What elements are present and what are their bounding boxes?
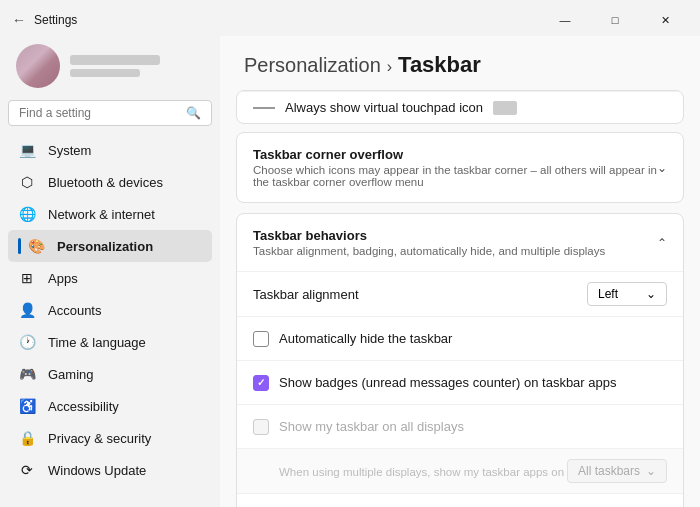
- sidebar-item-label: Accessibility: [48, 399, 119, 414]
- sidebar-item-label: System: [48, 143, 91, 158]
- main-layout: 🔍 💻 System ⬡ Bluetooth & devices 🌐 Netwo…: [0, 36, 700, 507]
- sidebar-item-label: Windows Update: [48, 463, 146, 478]
- user-name: [70, 55, 160, 65]
- all-displays-row: Show my taskbar on all displays: [237, 404, 683, 448]
- back-icon[interactable]: ←: [12, 12, 26, 28]
- breadcrumb: Personalization: [244, 54, 381, 77]
- avatar: [16, 44, 60, 88]
- sidebar-item-label: Apps: [48, 271, 78, 286]
- apps-icon: ⊞: [18, 269, 36, 287]
- alignment-dropdown[interactable]: Left ⌄: [587, 282, 667, 306]
- badges-label: Show badges (unread messages counter) on…: [279, 375, 616, 390]
- behaviors-section: Taskbar behaviors Taskbar alignment, bad…: [236, 213, 684, 507]
- corner-overflow-section: Taskbar corner overflow Choose which ico…: [236, 132, 684, 203]
- virtual-touchpad-row: Always show virtual touchpad icon: [237, 91, 683, 123]
- maximize-button[interactable]: □: [592, 6, 638, 34]
- sidebar-item-label: Privacy & security: [48, 431, 151, 446]
- sidebar-item-time[interactable]: 🕐 Time & language: [8, 326, 212, 358]
- sidebar-item-label: Bluetooth & devices: [48, 175, 163, 190]
- sidebar-item-personalization[interactable]: 🎨 Personalization: [8, 230, 212, 262]
- corner-overflow-desc: Choose which icons may appear in the tas…: [253, 164, 657, 188]
- time-icon: 🕐: [18, 333, 36, 351]
- search-box[interactable]: 🔍: [8, 100, 212, 126]
- all-displays-checkbox: [253, 419, 269, 435]
- network-icon: 🌐: [18, 205, 36, 223]
- corner-overflow-chevron: ⌄: [657, 161, 667, 175]
- dropdown-chevron: ⌄: [646, 287, 656, 301]
- multiple-displays-label: When using multiple displays, show my ta…: [253, 466, 564, 478]
- system-icon: 💻: [18, 141, 36, 159]
- title-bar-left: ← Settings: [12, 12, 77, 28]
- minimize-button[interactable]: —: [542, 6, 588, 34]
- sidebar-item-accounts[interactable]: 👤 Accounts: [8, 294, 212, 326]
- sidebar-item-label: Personalization: [57, 239, 153, 254]
- corner-overflow-header[interactable]: Taskbar corner overflow Choose which ico…: [237, 133, 683, 202]
- auto-hide-checkbox[interactable]: [253, 331, 269, 347]
- sidebar-item-gaming[interactable]: 🎮 Gaming: [8, 358, 212, 390]
- auto-hide-row: Automatically hide the taskbar: [237, 316, 683, 360]
- sidebar-user: [8, 36, 212, 100]
- sidebar-item-label: Time & language: [48, 335, 146, 350]
- corner-overflow-title: Taskbar corner overflow: [253, 147, 657, 162]
- sidebar-item-network[interactable]: 🌐 Network & internet: [8, 198, 212, 230]
- sidebar-item-system[interactable]: 💻 System: [8, 134, 212, 166]
- search-input[interactable]: [19, 106, 180, 120]
- multiple-displays-value: All taskbars: [578, 464, 640, 478]
- gaming-icon: 🎮: [18, 365, 36, 383]
- dropdown-chevron-disabled: ⌄: [646, 464, 656, 478]
- personalization-icon: 🎨: [27, 237, 45, 255]
- multiple-displays-row: When using multiple displays, show my ta…: [237, 448, 683, 493]
- update-icon: ⟳: [18, 461, 36, 479]
- behaviors-header[interactable]: Taskbar behaviors Taskbar alignment, bad…: [237, 214, 683, 271]
- badges-row: ✓ Show badges (unread messages counter) …: [237, 360, 683, 404]
- virtual-touchpad-label: Always show virtual touchpad icon: [285, 100, 483, 115]
- share-window-row: ✓ Share any window from my taskbar: [237, 493, 683, 507]
- sidebar-item-apps[interactable]: ⊞ Apps: [8, 262, 212, 294]
- user-email: [70, 69, 140, 77]
- page-header: Personalization › Taskbar: [220, 36, 700, 90]
- content-area: Personalization › Taskbar Always show vi…: [220, 36, 700, 507]
- sidebar: 🔍 💻 System ⬡ Bluetooth & devices 🌐 Netwo…: [0, 36, 220, 507]
- behaviors-chevron: ⌃: [657, 236, 667, 250]
- close-button[interactable]: ✕: [642, 6, 688, 34]
- sidebar-item-accessibility[interactable]: ♿ Accessibility: [8, 390, 212, 422]
- sidebar-item-privacy[interactable]: 🔒 Privacy & security: [8, 422, 212, 454]
- dash-icon: [253, 107, 275, 109]
- virtual-touchpad-section: Always show virtual touchpad icon: [236, 90, 684, 124]
- multiple-displays-dropdown: All taskbars ⌄: [567, 459, 667, 483]
- accessibility-icon: ♿: [18, 397, 36, 415]
- sidebar-item-label: Gaming: [48, 367, 94, 382]
- alignment-row: Taskbar alignment Left ⌄: [237, 271, 683, 316]
- sidebar-item-label: Accounts: [48, 303, 101, 318]
- title-bar-controls: — □ ✕: [542, 6, 688, 34]
- active-indicator: [18, 238, 21, 254]
- alignment-label: Taskbar alignment: [253, 287, 359, 302]
- behaviors-desc: Taskbar alignment, badging, automaticall…: [253, 245, 605, 257]
- page-title: Taskbar: [398, 52, 481, 78]
- window-title: Settings: [34, 13, 77, 27]
- bluetooth-icon: ⬡: [18, 173, 36, 191]
- title-bar: ← Settings — □ ✕: [0, 0, 700, 36]
- all-displays-label: Show my taskbar on all displays: [279, 419, 464, 434]
- checkmark-icon: ✓: [257, 377, 265, 388]
- breadcrumb-chevron: ›: [387, 58, 392, 76]
- search-icon: 🔍: [186, 106, 201, 120]
- sidebar-item-label: Network & internet: [48, 207, 155, 222]
- toggle-icon: [493, 101, 517, 115]
- privacy-icon: 🔒: [18, 429, 36, 447]
- accounts-icon: 👤: [18, 301, 36, 319]
- badges-checkbox[interactable]: ✓: [253, 375, 269, 391]
- sidebar-item-bluetooth[interactable]: ⬡ Bluetooth & devices: [8, 166, 212, 198]
- alignment-value: Left: [598, 287, 618, 301]
- sidebar-item-update[interactable]: ⟳ Windows Update: [8, 454, 212, 486]
- behaviors-title: Taskbar behaviors: [253, 228, 605, 243]
- auto-hide-label: Automatically hide the taskbar: [279, 331, 452, 346]
